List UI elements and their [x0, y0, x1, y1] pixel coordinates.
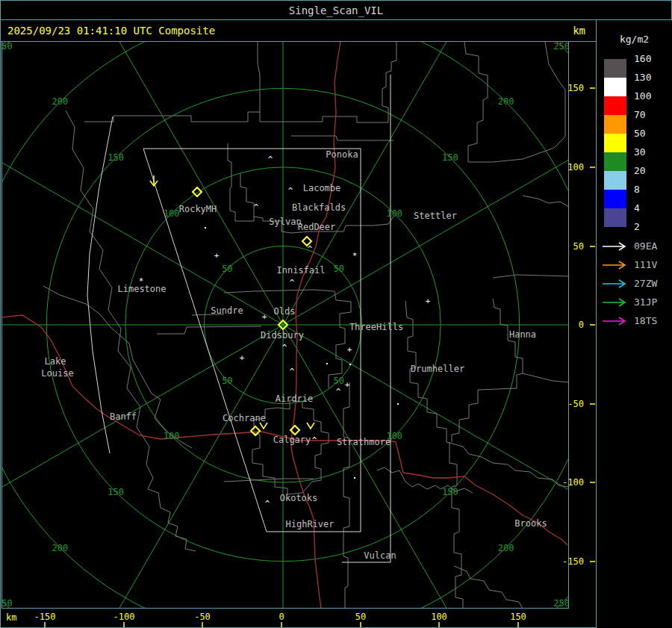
town-dot-marker — [397, 403, 399, 405]
scale-value-label: 130 — [634, 72, 651, 83]
ring-distance-label: 100 — [164, 208, 180, 219]
county-border-line — [447, 442, 569, 487]
town-symbol-marker: ^ — [290, 278, 295, 287]
town-symbol-marker: ^ — [288, 186, 293, 196]
town-dot-marker — [354, 477, 355, 479]
town-symbol-marker: + — [345, 380, 350, 390]
town-symbol-marker: ^ — [282, 343, 287, 352]
town-symbol-marker: + — [240, 353, 245, 363]
county-border-line — [377, 467, 473, 493]
town-symbol-marker: ^ — [265, 499, 270, 509]
county-border-line — [454, 566, 523, 609]
city-label: Drumheller — [411, 364, 464, 374]
scale-swatch — [604, 78, 626, 96]
scale-value-label: 70 — [634, 110, 646, 120]
town-symbol-marker: ^ — [336, 387, 341, 397]
city-label: Banff — [110, 411, 137, 422]
scale-value-label: 160 — [634, 54, 651, 64]
county-border-line — [382, 42, 396, 122]
county-border-line — [449, 442, 463, 609]
town-symbol-marker: ^ — [268, 155, 273, 164]
scale-unit-label: kg/m2 — [597, 34, 672, 45]
station-id-label: 09EA — [634, 240, 657, 252]
town-symbol-marker: * — [352, 251, 358, 261]
county-border-line — [493, 299, 569, 382]
scale-value-label: 50 — [634, 128, 646, 139]
city-label: Strathmore — [337, 437, 391, 447]
city-label: Calgary — [273, 435, 311, 445]
color-scale-legend: kg/m2 09EA111V27ZW31JP18TS 1601301007050… — [597, 20, 672, 628]
town-symbol-marker: + — [262, 312, 267, 322]
ring-distance-label: 50 — [222, 264, 232, 274]
right-axis-tick-label: 150 — [567, 83, 584, 93]
ring-distance-label: 250 — [553, 41, 570, 52]
map-layers: 5050505010010010010015015015015020020020… — [0, 0, 672, 628]
ring-distance-label: 150 — [108, 487, 124, 497]
right-axis-tick-label: 50 — [573, 241, 584, 252]
right-axis-tick-label: 100 — [567, 162, 584, 172]
city-label: Okotoks — [280, 493, 318, 503]
scale-value-label: 20 — [634, 166, 646, 176]
town-symbol-marker: ^ — [308, 244, 313, 254]
ring-distance-label: 200 — [52, 543, 69, 553]
town-symbol-marker: ^ — [254, 202, 259, 212]
ring-distance-label: 250 — [553, 598, 570, 609]
scale-swatch — [604, 96, 626, 115]
station-arrow-legend: 09EA111V27ZW31JP18TS — [601, 237, 672, 330]
bottom-axis-tick-label: 150 — [510, 612, 526, 622]
town-symbol-marker: + — [426, 296, 431, 306]
wind-vee-icon — [260, 423, 267, 429]
scale-swatch — [604, 190, 626, 208]
city-label: Ponoka — [326, 149, 358, 160]
town-symbol-marker: + — [214, 251, 220, 261]
city-label: Limestone — [117, 284, 166, 294]
right-axis-tick-label: -50 — [567, 399, 584, 409]
city-label: Sylvan — [269, 217, 301, 227]
arrow-legend-item: 31JP — [601, 293, 672, 311]
station-arrow-icon — [601, 242, 629, 251]
right-axis-tick-label: 0 — [579, 320, 584, 330]
radar-map-canvas[interactable]: 5050505010010010010015015015015020020020… — [0, 0, 672, 628]
county-border-line — [343, 382, 349, 609]
bottom-axis-tick-label: -150 — [34, 612, 56, 622]
scale-swatch — [604, 152, 626, 171]
city-label: Louise — [41, 368, 73, 379]
scan-sector-outline — [87, 116, 113, 453]
city-label: Airdrie — [276, 394, 314, 404]
county-border-line — [157, 326, 261, 334]
highway-line — [403, 473, 567, 545]
county-border-line — [66, 111, 196, 551]
city-label: Didsbury — [261, 330, 304, 341]
ring-distance-label: 200 — [52, 96, 69, 107]
ring-distance-label: 100 — [164, 431, 180, 441]
city-label: Sundre — [211, 305, 243, 316]
station-id-label: 27ZW — [634, 278, 657, 289]
city-label: Innisfail — [276, 265, 325, 276]
scale-value-label: 8 — [634, 184, 640, 195]
city-label: ThreeHills — [349, 322, 403, 332]
bottom-axis-tick-label: -50 — [194, 612, 211, 622]
city-label: Lacombe — [303, 183, 341, 193]
town-dot-marker — [349, 364, 351, 365]
town-symbol-marker: ^ — [312, 435, 317, 445]
station-arrow-icon — [601, 279, 629, 288]
bottom-axis-unit: km — [6, 612, 16, 623]
bottom-axis-tick-label: 0 — [279, 612, 284, 622]
ring-distance-label: 100 — [386, 208, 402, 219]
bottom-axis-tick-label: 100 — [431, 612, 447, 622]
azimuth-spoke — [0, 123, 283, 325]
city-label: Vulcan — [364, 550, 396, 561]
scale-swatch — [604, 171, 626, 190]
right-axis-tick-label: -100 — [562, 477, 584, 488]
scale-value-label: 100 — [634, 91, 651, 102]
city-label: Brooks — [514, 518, 547, 529]
scale-value-label: 2 — [634, 222, 640, 232]
scale-swatch — [604, 134, 626, 152]
ring-distance-label: 50 — [333, 376, 343, 386]
ring-distance-label: 150 — [108, 152, 124, 163]
station-id-label: 111V — [634, 259, 657, 270]
bottom-axis-tick-label: 50 — [355, 612, 366, 622]
city-label: HighRiver — [285, 519, 334, 529]
color-scale-swatches — [604, 59, 626, 227]
city-label: Lake — [45, 356, 66, 367]
